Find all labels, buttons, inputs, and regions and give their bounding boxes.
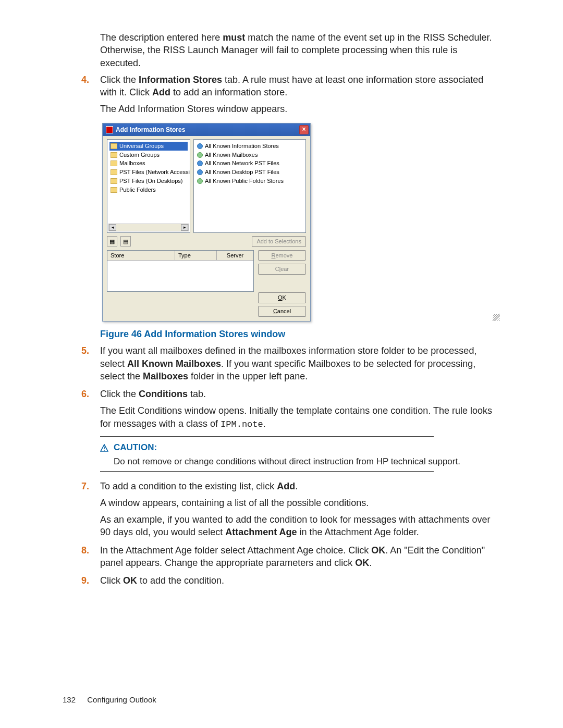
step-number: 7. [81, 480, 89, 492]
step-bold: Attachment Age [225, 527, 297, 537]
close-icon[interactable]: × [299, 125, 309, 134]
steps-list-cont: 5. If you want all mailboxes defined in … [81, 344, 500, 430]
grid-icon: ▦ [109, 238, 115, 245]
tree-label: Custom Groups [119, 151, 160, 159]
btn-label: C [275, 266, 279, 272]
step-bold: Add [152, 87, 170, 97]
globe-icon [197, 143, 203, 149]
tree-label: PST Files (On Desktops) [119, 177, 182, 185]
dialog-titlebar[interactable]: Add Information Stores × [103, 124, 310, 136]
remove-button[interactable]: Remove [258, 250, 306, 261]
btn-label: K [283, 294, 286, 301]
tree-item-pst-network[interactable]: PST Files (Network Accessible) [109, 168, 188, 177]
step-text: . [263, 418, 266, 429]
page-number: 132 [63, 695, 76, 704]
figure-caption: Figure 46 Add Information Stores window [100, 328, 500, 340]
step-bold: Add [277, 481, 295, 491]
list-label: All Known Information Stores [205, 142, 279, 150]
mailbox-icon [197, 152, 203, 158]
scroll-right-icon[interactable]: ▸ [181, 224, 188, 231]
caution-box: CAUTION: Do not remove or change conditi… [100, 436, 500, 472]
step-8: 8. In the Attachment Age folder select A… [81, 544, 500, 570]
tree-item-custom-groups[interactable]: Custom Groups [109, 151, 188, 159]
list-label: All Known Mailboxes [205, 151, 258, 159]
step-text: . [295, 481, 298, 491]
intro-must: must [223, 32, 245, 43]
tree-item-public-folders[interactable]: Public Folders [109, 186, 188, 194]
svg-point-1 [104, 450, 105, 451]
step-number: 6. [81, 388, 89, 400]
list-item-all-known-public-folder[interactable]: All Known Public Folder Stores [196, 177, 303, 186]
toolbar-button-2[interactable]: ▤ [120, 236, 131, 246]
grid-header: Store Type Server [107, 251, 253, 261]
toolbar-button-1[interactable]: ▦ [107, 236, 117, 246]
folder-icon [111, 161, 117, 166]
step-text: . [369, 558, 372, 568]
folder-icon [111, 152, 117, 158]
scroll-left-icon[interactable]: ◂ [109, 224, 116, 231]
list-item-all-known-mailboxes[interactable]: All Known Mailboxes [196, 151, 303, 159]
step-number: 5. [81, 344, 89, 357]
chapter-title: Configuring Outlook [87, 695, 156, 704]
tree-label: Universal Groups [119, 142, 164, 150]
folder-icon [111, 169, 117, 175]
selections-grid[interactable]: Store Type Server [107, 250, 254, 292]
dialog-wrap: Add Information Stores × Universal Group… [81, 123, 500, 322]
step-bold: Information Stores [139, 75, 222, 85]
page-footer: 132 Configuring Outlook [63, 695, 156, 705]
btn-label: emove [275, 252, 292, 258]
intro-paragraph: The description entered here must match … [100, 31, 500, 69]
left-tree-pane[interactable]: Universal Groups Custom Groups Mailboxes… [107, 139, 190, 233]
step-text: A window appears, containing a list of a… [100, 497, 500, 509]
step-number: 8. [81, 544, 89, 557]
clear-button[interactable]: Clear [258, 264, 306, 275]
tree-item-pst-desktop[interactable]: PST Files (On Desktops) [109, 177, 188, 186]
step-text: To add a condition to the existing list,… [100, 481, 277, 491]
step-number: 4. [81, 73, 89, 86]
grid-col-store[interactable]: Store [107, 251, 175, 261]
grid-col-server[interactable]: Server [217, 251, 253, 261]
page-body: The description entered here must match … [81, 31, 500, 587]
btn-label: ancel [277, 308, 291, 314]
resize-grip-icon[interactable] [493, 314, 500, 321]
right-list-pane[interactable]: All Known Information Stores All Known M… [193, 139, 306, 233]
caution-label: CAUTION: [114, 442, 157, 454]
grid-col-type[interactable]: Type [175, 251, 217, 261]
cancel-button[interactable]: Cancel [258, 306, 306, 317]
step-bold: Mailboxes [143, 371, 188, 381]
tree-item-universal-groups[interactable]: Universal Groups [109, 142, 188, 151]
steps-list-cont2: 7. To add a condition to the existing li… [81, 480, 500, 587]
ok-button[interactable]: OK [258, 292, 306, 303]
step-text: Click the [100, 389, 139, 399]
caution-text: Do not remove or change conditions witho… [114, 456, 500, 468]
step-text: tab. [188, 389, 206, 399]
step-followup: The Add Information Stores window appear… [100, 103, 500, 115]
horizontal-scrollbar[interactable]: ◂ ▸ [108, 224, 189, 231]
app-icon [106, 126, 113, 133]
add-to-selections-button[interactable]: Add to Selections [252, 236, 306, 247]
step-bold: OK [371, 545, 385, 556]
folder-icon [111, 187, 117, 193]
globe-icon [197, 161, 203, 166]
code-text: IPM.note [221, 419, 263, 429]
tree-label: PST Files (Network Accessible) [119, 168, 190, 176]
dialog-title: Add Information Stores [116, 126, 185, 134]
dialog-body: Universal Groups Custom Groups Mailboxes… [103, 136, 310, 321]
step-text: to add the condition. [137, 575, 224, 586]
step-6: 6. Click the Conditions tab. The Edit Co… [81, 388, 500, 431]
tree-item-mailboxes[interactable]: Mailboxes [109, 159, 188, 168]
step-5: 5. If you want all mailboxes defined in … [81, 344, 500, 382]
list-item-all-known-stores[interactable]: All Known Information Stores [196, 142, 303, 151]
add-info-stores-dialog: Add Information Stores × Universal Group… [102, 123, 311, 322]
btn-label: ear [280, 266, 289, 272]
step-text: The Edit Conditions window opens. Initia… [100, 405, 492, 428]
list-item-all-known-network-pst[interactable]: All Known Network PST Files [196, 159, 303, 168]
step-text: Click [100, 575, 123, 586]
step-bold: Conditions [139, 389, 188, 399]
step-7: 7. To add a condition to the existing li… [81, 480, 500, 539]
tree-label: Mailboxes [119, 159, 145, 167]
step-text: in the Attachment Age folder. [297, 527, 419, 537]
folder-icon [111, 143, 117, 149]
list-item-all-known-desktop-pst[interactable]: All Known Desktop PST Files [196, 168, 303, 177]
step-bold: All Known Mailboxes [127, 359, 221, 369]
